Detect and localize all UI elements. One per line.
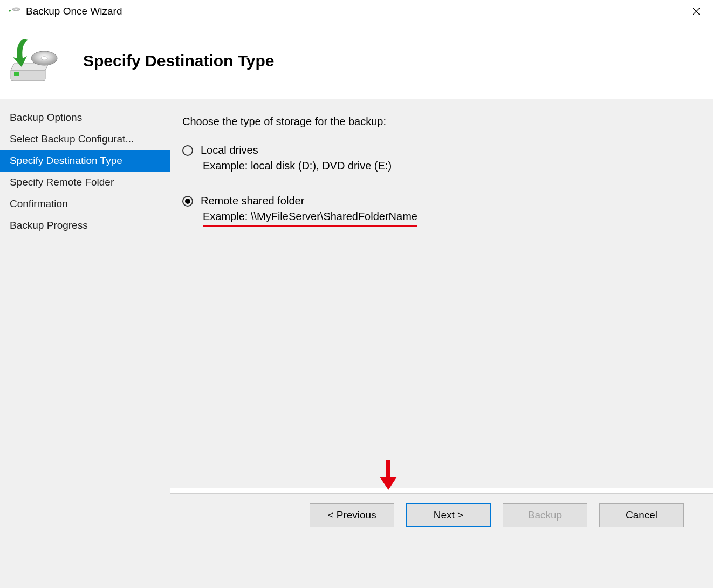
sidebar-item-backup-progress[interactable]: Backup Progress: [0, 215, 170, 236]
button-label: Backup: [528, 509, 562, 521]
sidebar-item-label: Backup Progress: [10, 220, 88, 231]
svg-marker-9: [380, 477, 397, 490]
titlebar: Backup Once Wizard: [0, 0, 713, 23]
lower-fill: [0, 536, 713, 588]
sidebar-item-label: Specify Remote Folder: [10, 176, 114, 188]
sidebar-item-confirmation[interactable]: Confirmation: [0, 193, 170, 215]
wizard-steps-sidebar: Backup Options Select Backup Configurat.…: [0, 99, 170, 488]
backup-wizard-icon: [8, 37, 61, 85]
button-label: Cancel: [626, 509, 657, 521]
wizard-body: Backup Options Select Backup Configurat.…: [0, 99, 713, 488]
close-icon: [693, 8, 700, 15]
example-remote-shared-folder: Example: \\MyFileServer\SharedFolderName: [203, 210, 417, 227]
wizard-footer: < Previous Next > Backup Cancel: [170, 493, 713, 536]
button-label: < Previous: [327, 509, 376, 521]
sidebar-item-label: Confirmation: [10, 198, 68, 209]
sidebar-item-backup-options[interactable]: Backup Options: [0, 107, 170, 128]
svg-point-1: [15, 9, 17, 10]
next-button[interactable]: Next >: [406, 503, 491, 527]
cancel-button[interactable]: Cancel: [599, 503, 684, 527]
close-button[interactable]: [684, 3, 709, 20]
page-title: Specify Destination Type: [83, 52, 275, 70]
wizard-header: Specify Destination Type: [0, 23, 713, 99]
radio-option-local-drives[interactable]: Local drives: [182, 144, 697, 156]
sidebar-item-specify-destination-type[interactable]: Specify Destination Type: [0, 150, 170, 172]
annotation-arrow-icon: [378, 459, 399, 491]
radio-label-remote-shared-folder: Remote shared folder: [201, 195, 304, 207]
svg-rect-5: [14, 72, 19, 76]
svg-rect-8: [386, 460, 390, 478]
sidebar-item-specify-remote-folder[interactable]: Specify Remote Folder: [0, 172, 170, 193]
sidebar-item-label: Select Backup Configurat...: [10, 133, 134, 145]
radio-button-local-drives[interactable]: [182, 145, 193, 156]
radio-option-remote-shared-folder[interactable]: Remote shared folder: [182, 195, 697, 207]
sidebar-item-select-backup-config[interactable]: Select Backup Configurat...: [0, 128, 170, 150]
button-label: Next >: [434, 509, 463, 521]
previous-button[interactable]: < Previous: [310, 503, 394, 527]
wizard-content: Choose the type of storage for the backu…: [170, 99, 713, 488]
svg-point-7: [41, 57, 47, 60]
content-prompt: Choose the type of storage for the backu…: [182, 115, 697, 128]
window-title: Backup Once Wizard: [26, 5, 684, 17]
app-icon: [8, 5, 20, 18]
example-local-drives: Example: local disk (D:), DVD drive (E:): [203, 160, 392, 172]
radio-button-remote-shared-folder[interactable]: [182, 196, 193, 207]
sidebar-item-label: Backup Options: [10, 112, 82, 123]
backup-button: Backup: [503, 503, 587, 527]
sidebar-item-label: Specify Destination Type: [10, 155, 122, 166]
radio-label-local-drives: Local drives: [201, 144, 258, 156]
